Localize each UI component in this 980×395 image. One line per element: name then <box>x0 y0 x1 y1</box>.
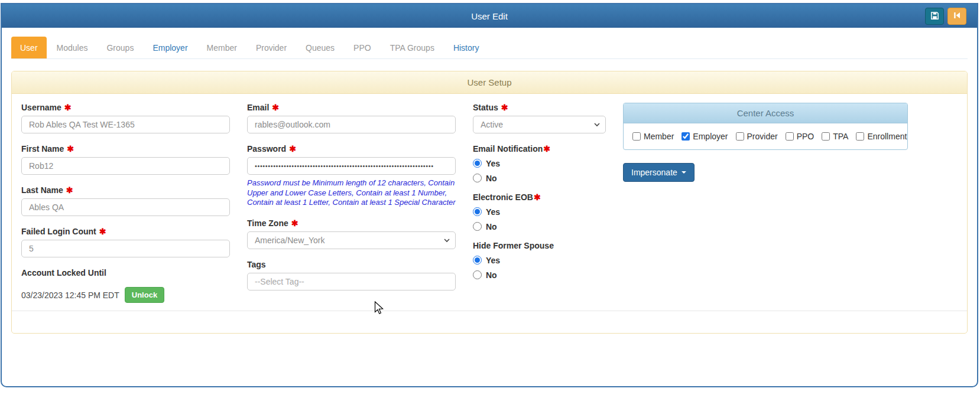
required-asterisk: ✱ <box>67 144 74 154</box>
first-name-input[interactable] <box>21 157 230 175</box>
center-access-title: Center Access <box>624 103 907 123</box>
required-asterisk: ✱ <box>66 185 73 195</box>
save-icon <box>930 11 939 22</box>
required-asterisk: ✱ <box>99 227 106 236</box>
first-name-group: First Name✱ <box>21 144 230 175</box>
tab-tpa-groups[interactable]: TPA Groups <box>381 37 443 58</box>
failed-login-count-input[interactable] <box>21 240 230 257</box>
app-window: User Edit <box>1 3 978 387</box>
required-asterisk: ✱ <box>289 144 296 154</box>
last-name-input[interactable] <box>21 198 230 216</box>
email-group: Email✱ <box>247 103 456 133</box>
tab-groups[interactable]: Groups <box>98 37 142 58</box>
email-notification-label: Email Notification✱ <box>473 144 606 154</box>
tab-user[interactable]: User <box>11 37 47 58</box>
titlebar-actions <box>925 8 966 25</box>
save-button[interactable] <box>925 8 944 25</box>
required-asterisk: ✱ <box>64 103 72 112</box>
account-locked-until-row: 03/23/2023 12:45 PM EDT Unlock <box>21 287 230 303</box>
tab-bar: User Modules Groups Employer Member Prov… <box>11 37 968 59</box>
account-locked-until-label: Account Locked Until <box>21 268 230 278</box>
email-notification-yes-radio[interactable] <box>473 159 482 168</box>
time-zone-label: Time Zone✱ <box>247 218 456 228</box>
center-access-member-checkbox[interactable] <box>632 132 641 141</box>
status-group: Status✱ Active <box>473 103 606 133</box>
hide-former-spouse-yes-option[interactable]: Yes <box>473 253 606 267</box>
status-select[interactable]: Active <box>473 116 606 133</box>
back-button[interactable] <box>947 8 966 25</box>
email-input[interactable] <box>247 116 456 133</box>
center-access-provider[interactable]: Provider <box>736 132 778 141</box>
tab-history[interactable]: History <box>444 37 488 58</box>
email-label: Email✱ <box>247 103 456 112</box>
time-zone-group: Time Zone✱ America/New_York <box>247 218 456 249</box>
center-access-tpa[interactable]: TPA <box>822 132 848 141</box>
electronic-eob-label: Electronic EOB✱ <box>473 192 606 202</box>
time-zone-select[interactable]: America/New_York <box>247 231 456 249</box>
required-asterisk: ✱ <box>543 144 550 154</box>
form-column-2: Email✱ Password✱ Password must be Minimu… <box>247 103 456 290</box>
email-notification-no-option[interactable]: No <box>473 171 606 185</box>
first-name-label: First Name✱ <box>21 144 230 154</box>
status-label: Status✱ <box>473 103 606 112</box>
electronic-eob-no-radio[interactable] <box>473 222 482 231</box>
impersonate-button[interactable]: Impersonate <box>623 163 695 182</box>
center-access-ppo-checkbox[interactable] <box>786 132 794 141</box>
unlock-button[interactable]: Unlock <box>125 287 164 303</box>
skip-back-icon <box>953 11 961 21</box>
panel-spacer <box>12 311 967 333</box>
electronic-eob-yes-option[interactable]: Yes <box>473 204 606 219</box>
center-access-ppo[interactable]: PPO <box>786 132 814 141</box>
failed-login-count-label: Failed Login Count✱ <box>21 227 230 236</box>
required-asterisk: ✱ <box>501 103 508 112</box>
user-setup-panel: User Setup Username✱ First Name✱ <box>11 71 968 334</box>
electronic-eob-no-option[interactable]: No <box>473 219 606 234</box>
center-access-options: Member Employer Provider PPO <box>624 123 907 149</box>
tab-provider[interactable]: Provider <box>247 37 296 58</box>
tags-input[interactable] <box>247 273 456 290</box>
caret-down-icon <box>682 171 686 174</box>
hide-former-spouse-label: Hide Former Spouse <box>473 241 606 250</box>
center-access-provider-checkbox[interactable] <box>736 132 744 141</box>
username-label: Username✱ <box>21 103 230 112</box>
email-notification-no-radio[interactable] <box>473 174 482 182</box>
center-access-member[interactable]: Member <box>632 132 674 141</box>
window-titlebar: User Edit <box>2 4 977 28</box>
center-access-enrollment[interactable]: Enrollment <box>856 132 907 141</box>
center-access-enrollment-checkbox[interactable] <box>856 132 864 141</box>
center-access-tpa-checkbox[interactable] <box>822 132 830 141</box>
tab-queues[interactable]: Queues <box>297 37 343 58</box>
center-access-employer[interactable]: Employer <box>682 132 728 141</box>
hide-former-spouse-no-option[interactable]: No <box>473 267 606 282</box>
tab-modules[interactable]: Modules <box>48 37 97 58</box>
account-locked-until-group: Account Locked Until 03/23/2023 12:45 PM… <box>21 268 230 303</box>
page-title: User Edit <box>471 11 508 21</box>
form-column-3: Status✱ Active Email Notification✱ <box>473 103 606 289</box>
hide-former-spouse-yes-radio[interactable] <box>473 256 482 265</box>
password-input[interactable] <box>247 157 456 175</box>
tab-ppo[interactable]: PPO <box>345 37 380 58</box>
tags-label: Tags <box>247 260 456 269</box>
form-column-4: Center Access Member Employer Provide <box>623 103 908 182</box>
electronic-eob-yes-radio[interactable] <box>473 207 482 216</box>
password-hint: Password must be Minimum length of 12 ch… <box>247 178 456 208</box>
hide-former-spouse-group: Hide Former Spouse Yes No <box>473 241 606 282</box>
account-locked-until-value: 03/23/2023 12:45 PM EDT <box>21 290 119 300</box>
email-notification-yes-option[interactable]: Yes <box>473 156 606 171</box>
username-group: Username✱ <box>21 103 230 133</box>
email-notification-group: Email Notification✱ Yes No <box>473 144 606 185</box>
center-access-employer-checkbox[interactable] <box>682 132 690 141</box>
required-asterisk: ✱ <box>534 192 541 202</box>
tab-employer[interactable]: Employer <box>144 37 196 58</box>
required-asterisk: ✱ <box>272 103 279 112</box>
center-access-panel: Center Access Member Employer Provide <box>623 103 908 150</box>
panel-title: User Setup <box>12 71 967 94</box>
tags-group: Tags <box>247 260 456 290</box>
password-label: Password✱ <box>247 144 456 154</box>
form-column-1: Username✱ First Name✱ Last Name✱ <box>21 103 230 303</box>
hide-former-spouse-no-radio[interactable] <box>473 270 482 279</box>
required-asterisk: ✱ <box>291 218 298 228</box>
tab-member[interactable]: Member <box>198 37 246 58</box>
username-input[interactable] <box>21 116 230 133</box>
electronic-eob-group: Electronic EOB✱ Yes No <box>473 192 606 234</box>
